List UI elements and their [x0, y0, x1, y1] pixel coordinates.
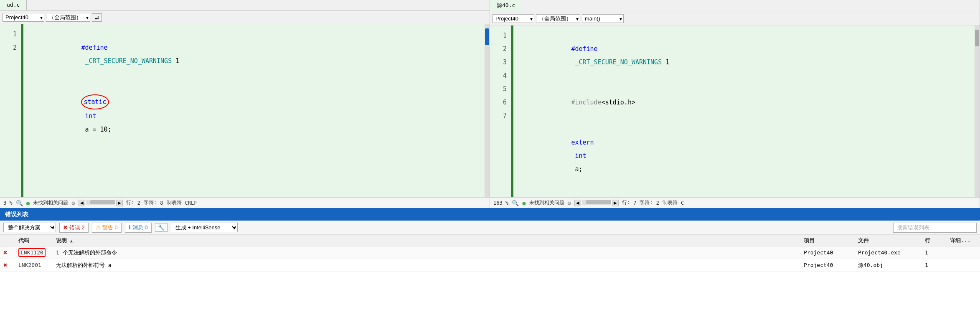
right-zoom: 163 %: [493, 200, 508, 206]
left-scrollbar-thumb[interactable]: [485, 28, 489, 45]
col-code-header[interactable]: 代码: [15, 237, 53, 244]
right-scroll-right[interactable]: ▶: [612, 200, 619, 206]
left-col-label: 字符:: [144, 199, 157, 206]
r-line-num-6: 6: [498, 96, 507, 109]
left-code-area: 1 2 #define _CRT_SECURE_NO_WARNINGS 1 st…: [0, 24, 490, 197]
build-scope-wrapper: 生成 + IntelliSense: [171, 223, 238, 232]
filter-special-button[interactable]: 🔧: [155, 223, 168, 232]
error-table-header: 代码 说明 ▲ 项目 文件 行 详细...: [0, 235, 980, 246]
left-zoom-icon: 🔍: [16, 200, 23, 206]
right-ok-icon: ●: [522, 200, 526, 206]
left-project-wrapper: Project40: [3, 13, 44, 22]
filter-scope-wrapper: 整个解决方案: [3, 223, 56, 232]
col-project-header[interactable]: 项目: [800, 237, 855, 244]
right-editor-panel: 源40.c Project40 （全局范围） main(): [490, 0, 980, 208]
left-code-lines[interactable]: #define _CRT_SECURE_NO_WARNINGS 1 static…: [23, 24, 485, 197]
r-line-num-3: 3: [498, 56, 507, 69]
define-kw-1: #define: [81, 44, 107, 51]
right-scope-select[interactable]: （全局范围）: [536, 14, 580, 23]
col-desc-header[interactable]: 说明 ▲: [53, 237, 800, 244]
warning-count-label: 警告 0: [102, 224, 118, 231]
left-split-button[interactable]: ⇄: [92, 13, 102, 22]
r-include-file: <stdio.h>: [602, 99, 635, 106]
right-editor-content: 1 2 3 4 5 6 7 #define _CRT_SECURE_NO_WAR…: [490, 25, 980, 197]
info-circle-icon: ℹ: [129, 224, 131, 231]
error-icon-1: ✖: [3, 249, 8, 256]
warning-count-button[interactable]: ⚠ 警告 0: [92, 223, 122, 233]
right-code-lines[interactable]: #define _CRT_SECURE_NO_WARNINGS 1 #inclu…: [513, 25, 975, 197]
left-code-line-1: #define _CRT_SECURE_NO_WARNINGS 1: [28, 28, 480, 81]
right-h-thumb[interactable]: [586, 200, 611, 204]
left-editor-content: 1 2 #define _CRT_SECURE_NO_WARNINGS 1 st…: [0, 24, 490, 197]
left-end-val: CRLF: [185, 200, 197, 206]
error-panel-title: 错误列表: [5, 211, 28, 218]
left-tab-bar: ud.c: [0, 0, 490, 11]
col-file-header[interactable]: 文件: [855, 237, 922, 244]
col-detail-header[interactable]: 详细...: [947, 237, 980, 244]
left-row-label: 行:: [126, 199, 134, 206]
filter-scope-select[interactable]: 整个解决方案: [3, 223, 56, 232]
right-settings-icon[interactable]: ⚙: [568, 200, 571, 206]
error-row-1-line: 1: [922, 249, 947, 256]
r-define-kw: #define: [571, 45, 597, 53]
var-decl: a = 10;: [81, 126, 111, 133]
search-error-input[interactable]: 搜索错误列表: [893, 223, 977, 233]
left-settings-icon[interactable]: ⚙: [71, 200, 75, 206]
build-scope-select[interactable]: 生成 + IntelliSense: [171, 223, 238, 232]
editors-row: ud.c Project40 （全局范围） ⇄: [0, 0, 980, 208]
int-kw-1: int: [81, 112, 96, 120]
right-scrollbar-thumb[interactable]: [975, 30, 979, 46]
right-scrollbar-h[interactable]: [582, 200, 611, 205]
right-tab-bar: 源40.c: [490, 0, 980, 12]
r-macro-name: _CRT_SECURE_NO_WARNINGS: [575, 58, 662, 66]
left-scrollbar-v[interactable]: [485, 24, 490, 197]
error-count-label: 错误 2: [69, 224, 85, 231]
right-end-val: C: [681, 200, 684, 206]
r-line-num-1: 1: [498, 29, 507, 42]
left-ok-text: 未找到相关问题: [33, 199, 68, 206]
left-h-thumb[interactable]: [90, 200, 115, 204]
right-func-wrapper: main(): [582, 14, 624, 23]
info-count-button[interactable]: ℹ 消息 0: [125, 223, 152, 233]
right-scope-wrapper: （全局范围）: [536, 14, 580, 23]
r-line-num-5: 5: [498, 82, 507, 96]
left-scroll-left[interactable]: ◀: [79, 200, 85, 206]
right-row-label: 行:: [622, 199, 630, 206]
col-line-header[interactable]: 行: [922, 237, 947, 244]
r-var-a: a;: [571, 165, 582, 173]
error-row-2-project: Project40: [800, 262, 855, 268]
right-project-wrapper: Project40: [493, 14, 534, 23]
static-kw: static: [84, 98, 106, 106]
left-row-val: 2: [137, 200, 140, 206]
right-tab[interactable]: 源40.c: [490, 0, 522, 12]
right-scroll-left[interactable]: ◀: [574, 200, 581, 206]
r-line-num-4: 4: [498, 69, 507, 82]
right-scrollbar-v[interactable]: [975, 25, 980, 197]
error-count-button[interactable]: ✖ 错误 2: [59, 223, 89, 233]
r-int-kw-1: int: [571, 152, 586, 160]
right-func-select[interactable]: main(): [582, 14, 624, 23]
right-line-numbers: 1 2 3 4 5 6 7: [490, 25, 511, 197]
error-row-1[interactable]: ✖ LNK1120 1 个无法解析的外部命令 Project40 Project…: [0, 246, 980, 259]
error-table: 代码 说明 ▲ 项目 文件 行 详细... ✖ LNK1120 1 个无法解析的…: [0, 235, 980, 325]
error-row-2[interactable]: ✖ LNK2001 无法解析的外部符号 a Project40 源40.obj …: [0, 259, 980, 272]
line-num-1: 1: [8, 28, 17, 41]
left-scroll-right[interactable]: ▶: [116, 200, 123, 206]
error-panel: 错误列表 整个解决方案 ✖ 错误 2 ⚠ 警告 0 ℹ 消息 0 🔧: [0, 208, 980, 325]
error-row-1-desc: 1 个无法解析的外部命令: [53, 249, 800, 256]
left-scrollbar-h[interactable]: [86, 200, 115, 205]
r-line-num-2: 2: [498, 42, 507, 56]
left-line-numbers: 1 2: [0, 24, 21, 197]
desc-sort-arrow: ▲: [70, 239, 73, 243]
error-panel-header: 错误列表: [0, 209, 980, 221]
right-project-select[interactable]: Project40: [493, 14, 534, 23]
right-end-label: 制表符: [663, 199, 678, 206]
error-icon-2: ✖: [3, 261, 8, 269]
left-scope-select[interactable]: （全局范围）: [46, 13, 90, 22]
error-row-1-code: LNK1120: [15, 248, 53, 257]
r-extern-kw: extern: [571, 139, 594, 146]
error-row-2-code: LNK2001: [15, 262, 53, 268]
error-row-1-project: Project40: [800, 249, 855, 256]
left-project-select[interactable]: Project40: [3, 13, 44, 22]
left-tab[interactable]: ud.c: [0, 0, 27, 10]
